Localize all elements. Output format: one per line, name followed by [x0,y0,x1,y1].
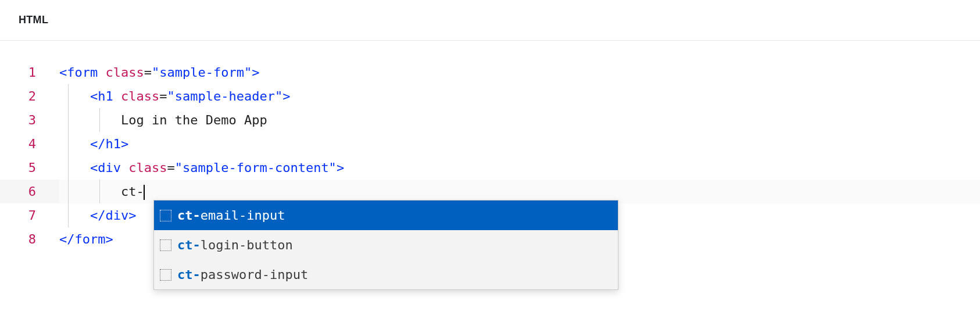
code-area[interactable]: <form class="sample-form"> <h1 class="sa… [59,60,980,251]
snippet-icon [160,210,171,221]
autocomplete-item[interactable]: ct-password-input [154,260,618,289]
line-number: 1 [0,60,36,84]
code-line[interactable]: </h1> [59,132,980,156]
snippet-icon [160,269,171,281]
line-number-gutter: 12345678 [0,60,59,251]
code-line[interactable]: <form class="sample-form"> [59,60,980,84]
autocomplete-item[interactable]: ct-email-input [154,201,618,230]
line-number: 8 [0,227,36,251]
text-cursor [144,185,145,200]
autocomplete-label: ct-email-input [177,208,285,223]
tab-bar: HTML [0,0,980,41]
snippet-icon [160,239,171,251]
autocomplete-label: ct-login-button [177,238,293,252]
line-number: 4 [0,132,36,156]
line-number: 6 [0,180,36,203]
code-line[interactable]: <h1 class="sample-header"> [59,84,980,108]
code-line[interactable]: Log in the Demo App [59,108,980,132]
code-editor[interactable]: 12345678 <form class="sample-form"> <h1 … [0,41,980,251]
line-number: 5 [0,156,36,180]
autocomplete-label: ct-password-input [177,267,308,282]
autocomplete-item[interactable]: ct-login-button [154,230,618,260]
indent-guide [68,84,69,227]
line-number: 2 [0,84,36,108]
indent-guide [99,108,100,132]
tab-html[interactable]: HTML [19,14,48,26]
autocomplete-popup[interactable]: ct-email-inputct-login-buttonct-password… [153,200,618,290]
code-line[interactable]: <div class="sample-form-content"> [59,156,980,180]
line-number: 3 [0,108,36,132]
line-number: 7 [0,203,36,227]
indent-guide [99,180,100,203]
